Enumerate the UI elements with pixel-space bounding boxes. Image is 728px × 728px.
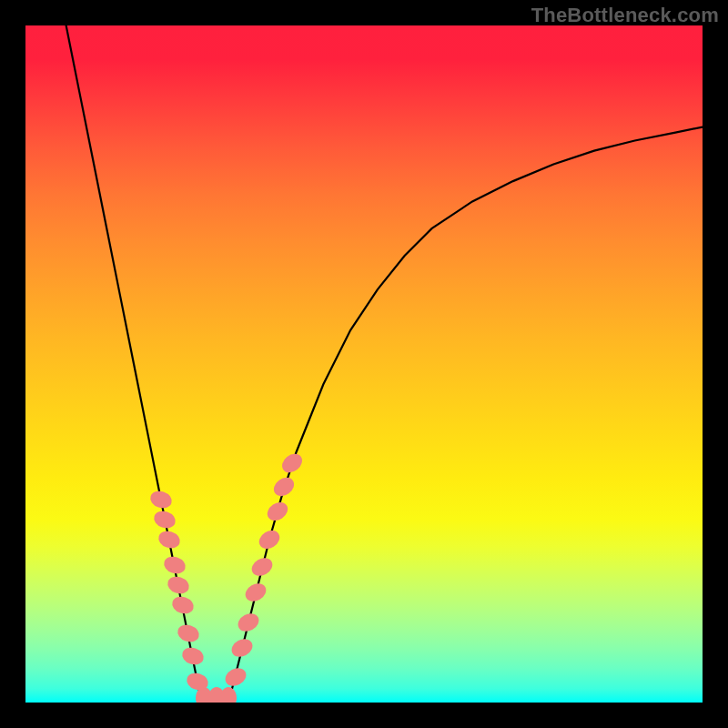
bottleneck-curve [25, 25, 703, 703]
chart-frame: TheBottleneck.com [0, 0, 728, 728]
watermark-text: TheBottleneck.com [531, 4, 719, 27]
curve-left-branch [66, 25, 202, 703]
curve-right-branch [228, 127, 703, 703]
plot-area [25, 25, 703, 703]
